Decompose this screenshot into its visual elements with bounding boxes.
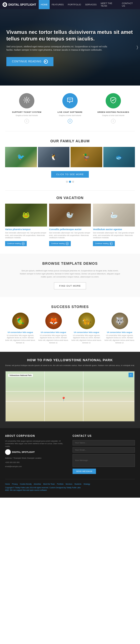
footer-link-cookie[interactable]: Cookie-friendly — [20, 483, 32, 485]
vacation-item-title-0: Varius pharetra tempus — [5, 228, 47, 231]
vacation-continue-btn-1[interactable]: Continue reading ▶ — [49, 241, 71, 246]
success-avatar-0: 🦜 — [12, 313, 29, 329]
dot-0[interactable] — [66, 181, 68, 183]
map-background: Yellowstone National Park 📍 + — [6, 371, 134, 421]
map-zoom-button[interactable]: + — [129, 373, 133, 377]
footer-link-privacy[interactable]: Privacy — [12, 483, 18, 485]
map-road-v2 — [83, 371, 83, 421]
hero-cta-icon: ▶ — [44, 60, 48, 64]
success-avatar-2: 🐆 — [78, 313, 95, 329]
footer-address-label: Address: 7 Example Street, Example Locat… — [5, 457, 67, 460]
footer-about-col: ABOUT CORPVISION Ut consectetur felis au… — [5, 435, 67, 474]
success-item-0: 🦜 Ut consectetur felis augue Ut consecte… — [5, 313, 36, 344]
browse-title: BROWSE TEMPLATE DEMOS — [5, 261, 135, 265]
nav-item-features[interactable]: FEATURES — [50, 0, 66, 9]
footer-link-students[interactable]: Students — [74, 483, 81, 485]
album-image-3: 🐟 — [103, 147, 135, 167]
yellowstone-section: HOW TO FIND YELLOWSTONE NATIONAL PARK Do… — [0, 352, 140, 428]
hero-next-arrow[interactable]: 〉 — [137, 45, 138, 50]
vacation-grid: 🐸 Varius pharetra tempus Sed venenatis u… — [5, 204, 135, 246]
vacation-item-1: 🦭 Convallis pellentesque auctor Sed vene… — [49, 204, 91, 246]
success-desc-0: Ut consectetur felis augue egmuis, digni… — [5, 334, 36, 344]
nav-item-home[interactable]: HOME — [39, 0, 50, 9]
svg-point-4 — [70, 100, 71, 100]
album-grid: 🐦 🐧 🦆 🐟 — [5, 147, 135, 167]
footer-link-advertise[interactable]: Advertise — [34, 483, 41, 485]
vacation-item-desc-1: Sed venenatis ullamcorper nisl. Sed grav… — [49, 232, 91, 239]
footer-copyright: Copyright © Totally Futile Labs 2014 All… — [5, 486, 135, 489]
success-avatar-img-2: 🐆 — [78, 313, 95, 329]
browse-section: BROWSE TEMPLATE DEMOS Sed pro ipsum, ele… — [0, 254, 140, 297]
album-img-placeholder-1: 🐧 — [38, 147, 70, 167]
success-name-2: Ut consectetur felis augue — [71, 331, 102, 333]
vacation-section: ON VACATION 🐸 Varius pharetra tempus Sed… — [0, 191, 140, 254]
hero-subtitle: Sed urna ipsum, eleifend eget metus puru… — [6, 45, 113, 52]
footer-link-team[interactable]: Meet the Team — [43, 483, 55, 485]
success-name-0: Ut consectetur felis augue — [5, 331, 36, 333]
success-title: SUCCESS STORIES — [5, 305, 135, 309]
feature-icon-1 — [62, 93, 78, 108]
map-road-h1 — [6, 391, 134, 392]
feature-desc-0: Grapha ut tortor duit holunte — [8, 114, 46, 117]
footer: ABOUT CORPVISION Ut consectetur felis au… — [0, 428, 140, 498]
vacation-item-title-1: Convallis pellentesque auctor — [49, 228, 91, 231]
hero-cta-button[interactable]: CONTINUE READING ▶ — [6, 57, 53, 66]
footer-link-strategy[interactable]: Strategy — [83, 483, 90, 485]
logo-text: DIGITAL SPOTLIGHT — [8, 3, 36, 6]
features-grid: SUPPORT TICKET SYSTEM Grapha ut tortor d… — [5, 93, 135, 123]
nav-logo: DIGITAL SPOTLIGHT — [3, 2, 36, 7]
vacation-img-1: 🦭 — [49, 204, 91, 227]
footer-link-services[interactable]: Services — [65, 483, 72, 485]
vacation-image-2: 🦢 — [93, 204, 135, 227]
success-name-3: Ut consectetur felis augue — [104, 331, 135, 333]
navigation: DIGITAL SPOTLIGHT HOME FEATURES PORTFOLI… — [0, 0, 140, 9]
footer-message-input[interactable] — [73, 454, 135, 467]
nav-item-services[interactable]: SERVICES — [83, 0, 99, 9]
footer-submit-button[interactable]: SEND MESSAGE — [73, 469, 96, 474]
success-grid: 🦜 Ut consectetur felis augue Ut consecte… — [5, 313, 135, 344]
map-container[interactable]: Yellowstone National Park 📍 + — [5, 371, 135, 422]
dot-2[interactable] — [72, 181, 74, 183]
success-name-1: Ut consectetur felis augue — [38, 331, 69, 333]
success-item-1: 🦊 Ut consectetur felis augue Ut consecte… — [38, 313, 69, 344]
dot-1[interactable] — [69, 181, 71, 183]
vacation-image-1: 🦭 — [49, 204, 91, 227]
nav-item-contact[interactable]: CONTACT US — [120, 0, 137, 9]
hero-section: Vivamus nec tortor tellus duisviverra me… — [0, 9, 140, 86]
nav-item-team[interactable]: MEET THE TEAM — [99, 0, 120, 9]
footer-logo-text: DIGITAL SPOTLIGHT — [12, 451, 35, 453]
footer-copyright2: AND: We can support free and open source… — [5, 489, 135, 492]
features-section: SUPPORT TICKET SYSTEM Grapha ut tortor d… — [0, 86, 140, 131]
feature-title-1: LIVE CHAT SOFTWARE — [51, 111, 89, 113]
nav-item-portfolio[interactable]: PORTFOLIO — [66, 0, 83, 9]
vacation-continue-btn-0[interactable]: Continue reading ▶ — [5, 241, 27, 246]
logo-icon — [3, 2, 7, 7]
map-pin: 📍 — [61, 396, 66, 401]
see-more-button[interactable]: CLICK TO SEE MORE — [51, 171, 89, 178]
feature-plus-0[interactable]: + — [24, 119, 29, 123]
yellowstone-title: HOW TO FIND YELLOWSTONE NATIONAL PARK — [5, 358, 135, 362]
feature-plus-1[interactable]: + — [68, 119, 72, 123]
svg-point-2 — [26, 99, 28, 101]
vacation-continue-btn-2[interactable]: Continue reading ▶ — [93, 241, 115, 246]
map-label: Yellowstone National Park — [8, 374, 33, 377]
vacation-item-title-2: Vestibulum auctor egestas — [93, 228, 135, 231]
footer-link-home[interactable]: Home — [5, 483, 10, 485]
footer-contact-col: CONTACT US SEND MESSAGE — [73, 435, 135, 474]
footer-name-input[interactable] — [73, 440, 135, 445]
footer-logo-icon — [5, 449, 11, 455]
footer-email-input[interactable] — [73, 447, 135, 453]
yellowstone-desc: Donec vel purus tristique iaculis ipsum … — [5, 364, 135, 367]
gear-icon — [23, 96, 30, 105]
find-out-button[interactable]: FIND OUT MORE — [54, 282, 86, 289]
chat-icon — [66, 96, 74, 105]
continue-icon-2: ▶ — [110, 242, 113, 245]
footer-link-portfolio[interactable]: Portfolio — [57, 483, 64, 485]
album-image-2: 🦆 — [71, 147, 102, 167]
feature-desc-2: Grapha ut tortor duit holunte — [94, 114, 132, 117]
footer-about-title: ABOUT CORPVISION — [5, 435, 67, 437]
album-section: OUR FAMILY ALBUM 🐦 🐧 🦆 🐟 CLICK TO SEE MO… — [0, 131, 140, 190]
feature-plus-2[interactable]: + — [111, 119, 116, 123]
success-avatar-3: 🐺 — [111, 313, 128, 329]
vacation-title: ON VACATION — [5, 196, 135, 200]
